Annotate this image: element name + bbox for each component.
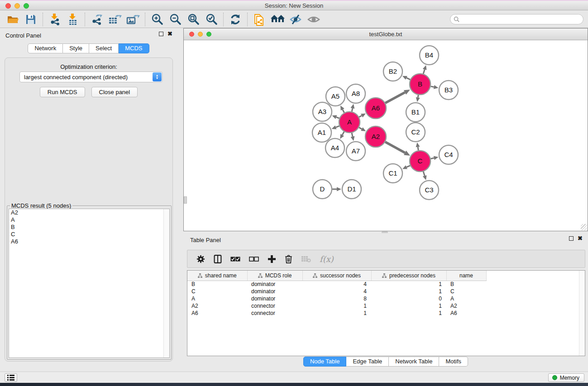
graph-edge-B-B2[interactable] bbox=[402, 76, 410, 80]
table-scrollbar[interactable] bbox=[579, 271, 585, 356]
export-image-button[interactable] bbox=[124, 12, 142, 27]
homes-button[interactable] bbox=[268, 12, 287, 27]
delete-column-button[interactable] bbox=[285, 255, 292, 263]
graph-node-A2[interactable]: A2 bbox=[365, 126, 386, 147]
cell-predecessor-nodes[interactable]: 1 bbox=[371, 302, 446, 310]
graph-node-A6[interactable]: A6 bbox=[365, 98, 386, 119]
tab-mcds[interactable]: MCDS bbox=[119, 43, 149, 53]
tab-style[interactable]: Style bbox=[63, 43, 89, 53]
graph-node-C[interactable]: C bbox=[410, 151, 430, 172]
cell-name[interactable]: A2 bbox=[446, 302, 486, 310]
graph-node-C2[interactable]: C2 bbox=[406, 123, 425, 142]
cell-predecessor-nodes[interactable]: 0 bbox=[371, 295, 446, 302]
cell-shared-name[interactable]: B bbox=[187, 281, 247, 288]
result-scrollbar[interactable] bbox=[163, 209, 169, 357]
import-network-button[interactable] bbox=[46, 12, 64, 27]
create-column-button[interactable] bbox=[268, 255, 276, 263]
run-mcds-button[interactable]: Run MCDS bbox=[40, 87, 85, 97]
graph-node-D[interactable]: D bbox=[313, 180, 332, 199]
optimization-select[interactable]: largest connected component (directed) ▲… bbox=[19, 71, 163, 82]
graph-node-B3[interactable]: B3 bbox=[439, 81, 458, 100]
tab-node-table[interactable]: Node Table bbox=[303, 357, 347, 367]
graph-edge-A-A8[interactable] bbox=[350, 104, 354, 111]
close-table-panel-icon[interactable]: ✖ bbox=[578, 236, 583, 241]
cell-successor-nodes[interactable]: 4 bbox=[302, 288, 371, 295]
graph-edge-A-A1[interactable] bbox=[332, 125, 339, 129]
table-row[interactable]: Bdominator41B bbox=[187, 281, 487, 288]
cell-successor-nodes[interactable]: 4 bbox=[302, 281, 371, 288]
canvas-left-grip[interactable] bbox=[184, 196, 187, 204]
export-network-button[interactable] bbox=[88, 12, 106, 27]
graph-node-A7[interactable]: A7 bbox=[346, 142, 365, 161]
column-header-successor-nodes[interactable]: successor nodes bbox=[302, 271, 371, 281]
graph-node-D1[interactable]: D1 bbox=[342, 180, 361, 199]
eye-button[interactable] bbox=[305, 12, 323, 27]
cell-name[interactable]: A bbox=[446, 295, 486, 302]
cell-predecessor-nodes[interactable]: 1 bbox=[371, 281, 446, 288]
graph-edge-C-C1[interactable] bbox=[402, 165, 410, 169]
graph-edge-A2-C[interactable] bbox=[385, 142, 410, 156]
column-view-button[interactable] bbox=[214, 255, 222, 263]
cell-shared-name[interactable]: C bbox=[187, 288, 247, 295]
import-table-button[interactable] bbox=[64, 12, 82, 27]
column-header-MCDS-role[interactable]: MCDS role bbox=[247, 271, 302, 281]
zoom-selected-button[interactable] bbox=[202, 12, 220, 27]
graph-edge-C-C2[interactable] bbox=[416, 143, 420, 151]
cell-successor-nodes[interactable]: 1 bbox=[302, 302, 371, 310]
graph-node-A1[interactable]: A1 bbox=[312, 123, 331, 142]
graph-edge-C-C4[interactable] bbox=[430, 156, 438, 160]
cell-MCDS-role[interactable]: connector bbox=[247, 310, 302, 317]
graph-edge-D-D1[interactable] bbox=[332, 187, 341, 191]
save-session-button[interactable] bbox=[22, 12, 40, 27]
cell-shared-name[interactable]: A bbox=[187, 295, 247, 302]
float-table-panel-icon[interactable] bbox=[569, 236, 574, 241]
graph-node-C4[interactable]: C4 bbox=[439, 145, 458, 164]
tab-network[interactable]: Network bbox=[28, 43, 63, 53]
refresh-button[interactable] bbox=[226, 12, 244, 27]
zoom-fit-button[interactable] bbox=[184, 12, 202, 27]
cell-MCDS-role[interactable]: dominator bbox=[247, 281, 302, 288]
window-resize-grip[interactable] bbox=[581, 224, 587, 230]
zoom-out-button[interactable] bbox=[166, 12, 184, 27]
table-row[interactable]: A2connector11A2 bbox=[187, 302, 487, 310]
tab-select[interactable]: Select bbox=[89, 43, 119, 53]
table-row[interactable]: A6connector11A6 bbox=[187, 310, 487, 317]
graph-edge-A-A3[interactable] bbox=[332, 115, 339, 119]
cell-predecessor-nodes[interactable]: 1 bbox=[371, 288, 446, 295]
graphics-details-button[interactable] bbox=[287, 12, 305, 27]
graph-edge-A-A4[interactable] bbox=[340, 132, 344, 139]
search-input[interactable] bbox=[461, 15, 583, 24]
graph-node-A8[interactable]: A8 bbox=[346, 84, 365, 103]
select-all-columns-button[interactable] bbox=[230, 257, 240, 262]
cell-shared-name[interactable]: A2 bbox=[187, 302, 247, 310]
deselect-all-columns-button[interactable] bbox=[249, 257, 259, 262]
graph-edge-C-C3[interactable] bbox=[423, 172, 427, 180]
result-item-a6[interactable]: A6 bbox=[9, 238, 169, 245]
result-item-b[interactable]: B bbox=[9, 224, 169, 231]
memory-button[interactable]: Memory bbox=[548, 373, 584, 382]
export-table-button[interactable] bbox=[106, 12, 124, 27]
tab-edge-table[interactable]: Edge Table bbox=[346, 357, 389, 367]
task-history-button[interactable] bbox=[5, 373, 17, 382]
cell-name[interactable]: C bbox=[446, 288, 486, 295]
cell-name[interactable]: A6 bbox=[446, 310, 486, 317]
graph-edge-A-A6[interactable] bbox=[359, 114, 366, 118]
cell-successor-nodes[interactable]: 1 bbox=[302, 310, 371, 317]
graph-node-C3[interactable]: C3 bbox=[420, 181, 439, 200]
graph-edge-A-A5[interactable] bbox=[340, 105, 344, 113]
network-canvas[interactable]: AA1A2A3A4A5A6A7A8BB1B2B3B4CC1C2C3C4DD1 bbox=[184, 40, 588, 231]
table-row[interactable]: Cdominator41C bbox=[187, 288, 487, 295]
tab-network-table[interactable]: Network Table bbox=[389, 357, 439, 367]
cell-MCDS-role[interactable]: dominator bbox=[247, 288, 302, 295]
graph-node-B4[interactable]: B4 bbox=[420, 46, 439, 65]
graph-node-A5[interactable]: A5 bbox=[326, 87, 345, 106]
column-header-shared-name[interactable]: shared name bbox=[187, 271, 247, 281]
float-panel-icon[interactable] bbox=[159, 32, 163, 36]
zoom-in-button[interactable] bbox=[148, 12, 166, 27]
graph-edge-A6-B[interactable] bbox=[385, 90, 410, 103]
graph-node-B2[interactable]: B2 bbox=[383, 62, 402, 81]
cell-MCDS-role[interactable]: connector bbox=[247, 302, 302, 310]
cell-predecessor-nodes[interactable]: 1 bbox=[371, 310, 446, 317]
graph-edge-B-B4[interactable] bbox=[423, 65, 427, 74]
graph-edge-B-B3[interactable] bbox=[431, 85, 439, 89]
